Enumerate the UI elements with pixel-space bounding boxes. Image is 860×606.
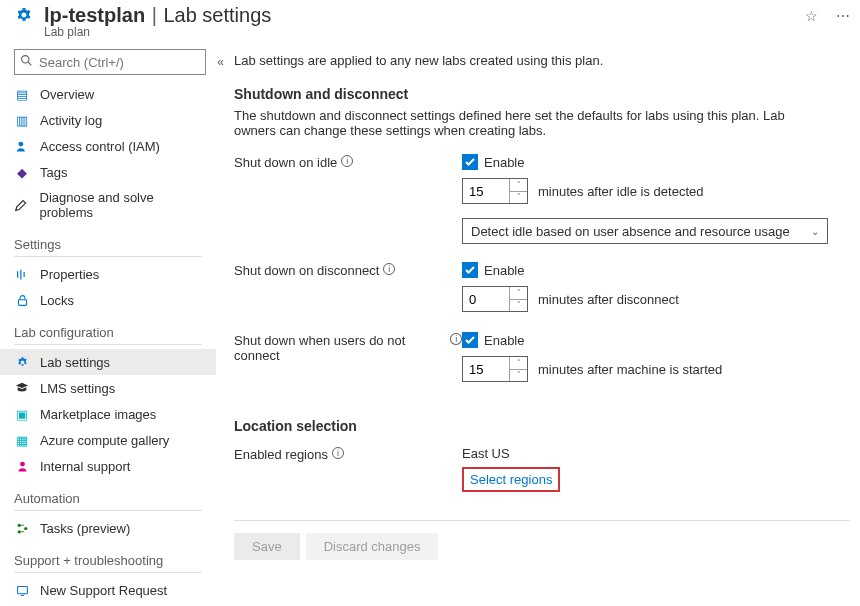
info-icon[interactable]: i bbox=[332, 447, 344, 459]
sidebar-item-label: Properties bbox=[40, 267, 99, 282]
support-request-icon bbox=[14, 582, 30, 598]
sidebar: « ▤ Overview ▥ Activity log Access contr… bbox=[0, 47, 216, 606]
svg-point-0 bbox=[22, 56, 29, 63]
sidebar-item-label: Internal support bbox=[40, 459, 130, 474]
svg-point-7 bbox=[20, 461, 25, 466]
save-button[interactable]: Save bbox=[234, 533, 300, 560]
sidebar-item-label: Azure compute gallery bbox=[40, 433, 169, 448]
label-noconnect-after: minutes after machine is started bbox=[538, 362, 722, 377]
page-title: lp-testplan | Lab settings bbox=[44, 4, 787, 27]
resource-type: Lab plan bbox=[44, 25, 787, 39]
label-enabled-regions: Enabled regionsi bbox=[234, 446, 462, 492]
input-noconnect-minutes[interactable] bbox=[463, 357, 509, 381]
sidebar-group-lab-configuration: Lab configuration bbox=[14, 325, 216, 340]
svg-point-10 bbox=[24, 526, 27, 529]
marketplace-icon: ▣ bbox=[14, 406, 30, 422]
main-content: Lab settings are applied to any new labs… bbox=[216, 47, 860, 606]
more-actions-icon[interactable]: ⋯ bbox=[836, 8, 850, 24]
sidebar-item-label: LMS settings bbox=[40, 381, 115, 396]
sidebar-item-overview[interactable]: ▤ Overview bbox=[0, 81, 216, 107]
checkbox-label: Enable bbox=[484, 155, 524, 170]
sidebar-item-diagnose[interactable]: Diagnose and solve problems bbox=[0, 185, 216, 225]
sidebar-group-support: Support + troubleshooting bbox=[14, 553, 216, 568]
gear-icon bbox=[14, 6, 34, 29]
sidebar-item-label: Locks bbox=[40, 293, 74, 308]
diagnose-icon bbox=[14, 197, 30, 213]
checkbox-label: Enable bbox=[484, 333, 524, 348]
spinner-disconnect[interactable]: ˄˅ bbox=[509, 287, 527, 311]
sidebar-item-new-support-request[interactable]: New Support Request bbox=[0, 577, 216, 603]
value-enabled-regions: East US bbox=[462, 446, 850, 461]
lock-icon bbox=[14, 292, 30, 308]
search-icon bbox=[20, 54, 33, 70]
section-shutdown-desc: The shutdown and disconnect settings def… bbox=[234, 108, 804, 138]
sidebar-item-label: Diagnose and solve problems bbox=[40, 190, 206, 220]
svg-rect-6 bbox=[18, 299, 26, 305]
spinner-noconnect[interactable]: ˄˅ bbox=[509, 357, 527, 381]
info-icon[interactable]: i bbox=[341, 155, 353, 167]
sidebar-item-tags[interactable]: ◆ Tags bbox=[0, 159, 216, 185]
svg-line-1 bbox=[28, 62, 31, 65]
sidebar-item-label: Activity log bbox=[40, 113, 102, 128]
input-idle-minutes[interactable] bbox=[463, 179, 509, 203]
favorite-star-icon[interactable]: ☆ bbox=[805, 8, 818, 24]
label-shutdown-disconnect: Shut down on disconnecti bbox=[234, 262, 462, 320]
gear-icon bbox=[14, 354, 30, 370]
input-disconnect-minutes[interactable] bbox=[463, 287, 509, 311]
checkbox-label: Enable bbox=[484, 263, 524, 278]
sidebar-item-locks[interactable]: Locks bbox=[0, 287, 216, 313]
info-icon[interactable]: i bbox=[383, 263, 395, 275]
sidebar-item-label: Tags bbox=[40, 165, 67, 180]
sidebar-item-label: New Support Request bbox=[40, 583, 167, 598]
overview-icon: ▤ bbox=[14, 86, 30, 102]
sidebar-item-label: Lab settings bbox=[40, 355, 110, 370]
checkbox-enable-idle[interactable] bbox=[462, 154, 478, 170]
sidebar-item-lms-settings[interactable]: LMS settings bbox=[0, 375, 216, 401]
sidebar-item-internal-support[interactable]: Internal support bbox=[0, 453, 216, 479]
svg-point-9 bbox=[17, 530, 20, 533]
label-idle-after: minutes after idle is detected bbox=[538, 184, 703, 199]
sidebar-item-compute-gallery[interactable]: ▦ Azure compute gallery bbox=[0, 427, 216, 453]
label-shutdown-idle: Shut down on idlei bbox=[234, 154, 462, 244]
sidebar-item-properties[interactable]: Properties bbox=[0, 261, 216, 287]
tags-icon: ◆ bbox=[14, 164, 30, 180]
support-person-icon bbox=[14, 458, 30, 474]
discard-button[interactable]: Discard changes bbox=[306, 533, 439, 560]
info-icon[interactable]: i bbox=[450, 333, 462, 345]
sidebar-item-marketplace-images[interactable]: ▣ Marketplace images bbox=[0, 401, 216, 427]
checkbox-enable-disconnect[interactable] bbox=[462, 262, 478, 278]
tasks-icon bbox=[14, 520, 30, 536]
sidebar-item-label: Tasks (preview) bbox=[40, 521, 130, 536]
label-disconnect-after: minutes after disconnect bbox=[538, 292, 679, 307]
footer-actions: Save Discard changes bbox=[234, 520, 850, 572]
activity-log-icon: ▥ bbox=[14, 112, 30, 128]
sidebar-item-tasks[interactable]: Tasks (preview) bbox=[0, 515, 216, 541]
search-input[interactable] bbox=[14, 49, 206, 75]
sidebar-item-label: Marketplace images bbox=[40, 407, 156, 422]
highlight-select-regions: Select regions bbox=[462, 467, 560, 492]
compute-gallery-icon: ▦ bbox=[14, 432, 30, 448]
label-shutdown-noconnect: Shut down when users do not connecti bbox=[234, 332, 462, 390]
sidebar-item-label: Access control (IAM) bbox=[40, 139, 160, 154]
properties-icon bbox=[14, 266, 30, 282]
svg-point-2 bbox=[18, 141, 23, 146]
sidebar-item-label: Overview bbox=[40, 87, 94, 102]
sidebar-group-settings: Settings bbox=[14, 237, 216, 252]
select-idle-detection[interactable]: Detect idle based on user absence and re… bbox=[462, 218, 828, 244]
sidebar-group-automation: Automation bbox=[14, 491, 216, 506]
access-control-icon bbox=[14, 138, 30, 154]
spinner-idle[interactable]: ˄˅ bbox=[509, 179, 527, 203]
section-shutdown-heading: Shutdown and disconnect bbox=[234, 86, 850, 102]
sidebar-item-activity-log[interactable]: ▥ Activity log bbox=[0, 107, 216, 133]
checkbox-enable-noconnect[interactable] bbox=[462, 332, 478, 348]
svg-rect-11 bbox=[17, 586, 27, 593]
chevron-down-icon: ⌄ bbox=[811, 226, 819, 237]
intro-text: Lab settings are applied to any new labs… bbox=[234, 53, 850, 68]
svg-point-8 bbox=[17, 523, 20, 526]
graduation-cap-icon bbox=[14, 380, 30, 396]
page-header: lp-testplan | Lab settings Lab plan ☆ ⋯ bbox=[0, 0, 860, 47]
sidebar-item-access-control[interactable]: Access control (IAM) bbox=[0, 133, 216, 159]
link-select-regions[interactable]: Select regions bbox=[470, 472, 552, 487]
section-location-heading: Location selection bbox=[234, 418, 850, 434]
sidebar-item-lab-settings[interactable]: Lab settings bbox=[0, 349, 216, 375]
